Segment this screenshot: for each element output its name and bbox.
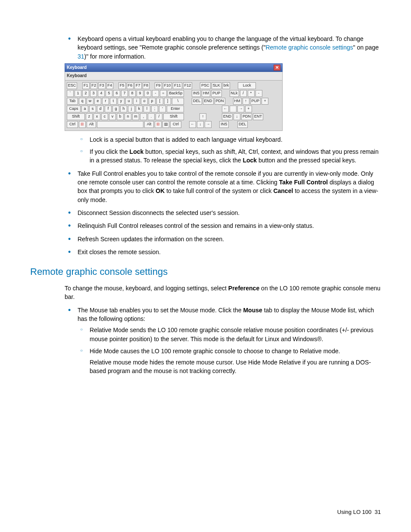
- key-num-plus2[interactable]: +: [245, 106, 252, 112]
- key-numminus[interactable]: -: [255, 90, 262, 97]
- key-num-ins[interactable]: INS: [219, 121, 229, 128]
- key-rshift[interactable]: Shift: [163, 113, 184, 120]
- key-backspace[interactable]: BackSp: [168, 90, 184, 97]
- key-f8[interactable]: F8: [143, 82, 150, 89]
- key-num-plus[interactable]: +: [262, 98, 268, 105]
- key-lctrl[interactable]: Ctrl: [67, 121, 78, 128]
- key-num-down[interactable]: ↓: [234, 113, 240, 120]
- key-pup[interactable]: PUP: [211, 90, 222, 97]
- key-num-pdn[interactable]: PDN: [241, 113, 252, 120]
- key-8[interactable]: 8: [129, 90, 136, 97]
- key-num-ent[interactable]: ENT: [253, 113, 263, 120]
- key-j[interactable]: j: [128, 106, 135, 112]
- key-arrow-left[interactable]: ←: [189, 121, 196, 128]
- key-slash[interactable]: /: [156, 113, 162, 120]
- key-f4[interactable]: F4: [106, 82, 114, 89]
- key-f2[interactable]: F2: [90, 82, 98, 89]
- key-tab[interactable]: Tab: [67, 98, 78, 105]
- key-num-end[interactable]: END: [222, 113, 233, 120]
- key-7[interactable]: 7: [121, 90, 128, 97]
- key-num-del[interactable]: DEL: [237, 121, 248, 128]
- key-5[interactable]: 5: [106, 90, 112, 97]
- keyboard-menu[interactable]: Keyboard: [65, 72, 283, 81]
- key-f11[interactable]: F11: [173, 82, 182, 89]
- key-w[interactable]: w: [87, 98, 93, 105]
- key-o[interactable]: o: [141, 98, 148, 105]
- key-psc[interactable]: PSC: [200, 82, 211, 89]
- close-icon[interactable]: ✕: [274, 65, 280, 71]
- key-t[interactable]: t: [110, 98, 117, 105]
- key-h[interactable]: h: [120, 106, 127, 112]
- link-page-31[interactable]: 31: [78, 53, 84, 60]
- key-e[interactable]: e: [94, 98, 101, 105]
- key-l[interactable]: l: [143, 106, 150, 112]
- key-f1[interactable]: F1: [82, 82, 90, 89]
- key-context[interactable]: ▤: [162, 121, 169, 128]
- key-num-hm[interactable]: HM: [233, 98, 242, 105]
- key-k[interactable]: k: [136, 106, 143, 112]
- key-rwin[interactable]: ⊞: [155, 121, 162, 128]
- key-end[interactable]: END: [203, 98, 214, 105]
- key-u[interactable]: u: [125, 98, 132, 105]
- key-minus[interactable]: -: [152, 90, 159, 97]
- key-rbracket[interactable]: ]: [164, 98, 171, 105]
- key-n[interactable]: n: [125, 113, 131, 120]
- key-nummul[interactable]: *: [248, 90, 255, 97]
- key-6[interactable]: 6: [113, 90, 120, 97]
- key-numdiv[interactable]: /: [240, 90, 247, 97]
- key-ins[interactable]: INS: [192, 90, 201, 97]
- key-lbracket[interactable]: [: [156, 98, 163, 105]
- key-arrow-up[interactable]: ↑: [199, 113, 206, 120]
- key-enter[interactable]: Enter: [167, 106, 184, 112]
- key-f[interactable]: f: [105, 106, 112, 112]
- key-arrow-right[interactable]: →: [205, 121, 212, 128]
- key-equals[interactable]: =: [160, 90, 167, 97]
- key-hm[interactable]: HM: [202, 90, 210, 97]
- key-q[interactable]: q: [79, 98, 86, 105]
- key-f9[interactable]: F9: [155, 82, 162, 89]
- key-2[interactable]: 2: [82, 90, 89, 97]
- key-f7[interactable]: F7: [134, 82, 142, 89]
- key-num-left[interactable]: ←: [222, 106, 229, 112]
- key-p[interactable]: p: [149, 98, 156, 105]
- key-ralt[interactable]: Alt: [144, 121, 154, 128]
- key-v[interactable]: v: [109, 113, 116, 120]
- key-i[interactable]: i: [133, 98, 140, 105]
- key-num-5[interactable]: [230, 106, 237, 112]
- link-remote-settings[interactable]: Remote graphic console settings: [265, 44, 353, 51]
- key-c[interactable]: c: [101, 113, 108, 120]
- key-lock[interactable]: Lock: [238, 82, 256, 89]
- key-backslash[interactable]: \: [172, 98, 184, 105]
- key-space[interactable]: [97, 121, 143, 128]
- key-del[interactable]: DEL: [192, 98, 202, 105]
- key-9[interactable]: 9: [137, 90, 143, 97]
- key-esc[interactable]: ESC: [67, 82, 77, 89]
- key-s[interactable]: s: [89, 106, 96, 112]
- key-z[interactable]: z: [86, 113, 93, 120]
- key-period[interactable]: .: [148, 113, 155, 120]
- key-num-pup[interactable]: PUP: [250, 98, 261, 105]
- key-lalt[interactable]: Alt: [87, 121, 96, 128]
- key-b[interactable]: b: [117, 113, 124, 120]
- key-a[interactable]: a: [81, 106, 88, 112]
- key-y[interactable]: y: [118, 98, 125, 105]
- key-1[interactable]: 1: [75, 90, 81, 97]
- key-num-right[interactable]: →: [237, 106, 244, 112]
- key-brk[interactable]: brk: [222, 82, 230, 89]
- key-f3[interactable]: F3: [98, 82, 106, 89]
- key-nlk[interactable]: NLk: [230, 90, 239, 97]
- key-rctrl[interactable]: Ctrl: [170, 121, 181, 128]
- key-quote[interactable]: ': [159, 106, 166, 112]
- key-caps[interactable]: Caps: [67, 106, 81, 112]
- key-comma[interactable]: ,: [140, 113, 147, 120]
- key-g[interactable]: g: [112, 106, 119, 112]
- key-lwin[interactable]: ⊞: [79, 121, 86, 128]
- key-f6[interactable]: F6: [127, 82, 134, 89]
- key-arrow-down[interactable]: ↓: [197, 121, 204, 128]
- key-4[interactable]: 4: [98, 90, 105, 97]
- key-f5[interactable]: F5: [118, 82, 126, 89]
- key-m[interactable]: m: [132, 113, 139, 120]
- key-r[interactable]: r: [102, 98, 109, 105]
- key-slk[interactable]: SLK: [212, 82, 221, 89]
- key-x[interactable]: x: [93, 113, 100, 120]
